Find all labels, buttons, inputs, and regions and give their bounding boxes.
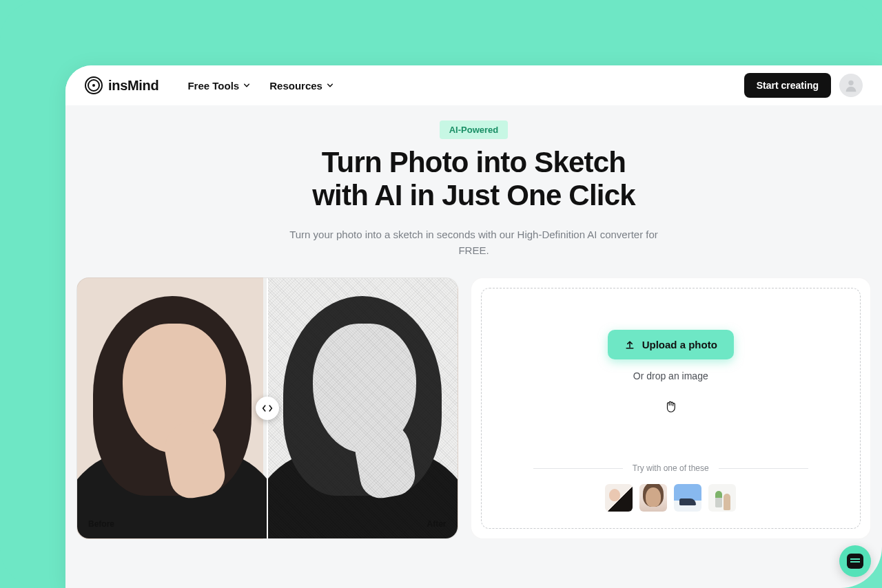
divider-line [719,468,808,469]
arrows-horizontal-icon [262,403,273,413]
preview-before [77,278,267,538]
try-label: Try with one of these [633,463,709,473]
brand-mark-icon [85,76,103,94]
hero: AI-Powered Turn Photo into Sketch with A… [226,120,722,258]
main-nav: Free Tools Resources [187,80,333,92]
avatar[interactable] [839,74,863,97]
nav-item-label: Free Tools [187,80,239,92]
page-title: Turn Photo into Sketch with AI in Just O… [226,146,722,213]
sample-thumb[interactable] [605,484,633,512]
brand-logo[interactable]: insMind [85,76,158,94]
chat-fab[interactable] [839,545,871,577]
title-line-2: with AI in Just One Click [312,179,635,211]
sample-thumb[interactable] [674,484,701,512]
brand-name: insMind [108,78,158,94]
grab-cursor-icon [664,399,677,413]
upload-icon [624,339,635,350]
preview-after [267,278,458,538]
ai-powered-badge: AI-Powered [440,120,509,139]
chat-icon [847,554,863,569]
content: AI-Powered Turn Photo into Sketch with A… [65,105,882,539]
sample-thumb[interactable] [639,484,667,512]
page-subtitle: Turn your photo into a sketch in seconds… [288,227,660,259]
page-frame: insMind Free Tools Resources Start creat [0,0,882,588]
divider-line [533,468,623,469]
title-line-1: Turn Photo into Sketch [322,146,626,178]
chevron-down-icon [327,82,334,89]
topbar: insMind Free Tools Resources Start creat [65,65,882,105]
start-creating-button[interactable]: Start creating [744,73,831,98]
nav-resources[interactable]: Resources [269,80,334,92]
upload-photo-button[interactable]: Upload a photo [608,330,734,359]
app-window: insMind Free Tools Resources Start creat [65,65,882,588]
comparison-slider-handle[interactable] [256,397,279,420]
nav-free-tools[interactable]: Free Tools [187,80,250,92]
panels: Before After Upload a photo Or dro [76,277,871,539]
upload-group: Upload a photo Or drop an image [608,330,734,413]
dropzone[interactable]: Upload a photo Or drop an image [481,288,861,529]
chevron-down-icon [243,82,250,89]
user-icon [843,78,859,93]
try-samples-section: Try with one of these [495,463,847,512]
nav-item-label: Resources [269,80,322,92]
upload-button-label: Upload a photo [642,339,717,350]
before-label: Before [88,519,114,529]
drop-hint: Or drop an image [633,370,708,381]
sample-thumbnails [495,484,847,512]
sample-thumb[interactable] [708,484,736,512]
before-after-preview: Before After [76,277,458,539]
svg-point-0 [848,81,853,85]
after-label: After [427,519,446,529]
upload-card: Upload a photo Or drop an image [471,277,872,539]
